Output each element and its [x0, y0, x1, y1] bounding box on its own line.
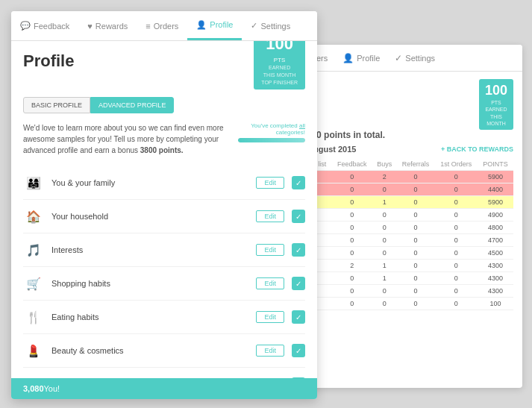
table-cell: 4300: [478, 259, 513, 272]
table-cell: 5900: [478, 195, 513, 208]
progress-label: You've completed all categories!: [238, 122, 305, 136]
category-item: 👨‍👩‍👧You & your familyEdit✓: [23, 166, 305, 200]
edit-button[interactable]: Edit: [256, 177, 284, 189]
check-icon: ✓: [292, 176, 305, 189]
table-cell: 0: [331, 221, 372, 233]
table-cell: 0: [435, 297, 478, 310]
profile-icon: 👤: [342, 53, 354, 63]
table-cell: 0: [396, 183, 434, 195]
table-cell: 0: [396, 208, 434, 221]
table-cell: 0: [372, 221, 396, 233]
front-nav-item-orders[interactable]: ≡ Orders: [137, 11, 187, 40]
col-1storders: 1st Orders: [435, 158, 478, 171]
front-nav-item-rewards[interactable]: ♥ Rewards: [78, 11, 137, 40]
tab-advanced-profile[interactable]: ADVANCED PROFILE: [90, 97, 174, 113]
table-cell: 0: [331, 183, 372, 195]
progress-area: You've completed all categories!: [238, 122, 305, 142]
table-cell: 0: [331, 284, 372, 297]
table-cell: 0: [435, 259, 478, 272]
check-icon: ✓: [292, 210, 305, 223]
table-cell: 0: [396, 221, 434, 233]
table-cell: 4800: [478, 221, 513, 233]
table-cell: 2: [372, 170, 396, 183]
front-nav-bar: 💬 Feedback ♥ Rewards ≡ Orders 👤 Profile …: [11, 11, 317, 41]
category-list: 👨‍👩‍👧You & your familyEdit✓🏠Your househo…: [23, 166, 305, 399]
table-cell: 0: [396, 246, 434, 259]
profile-icon-front: 👤: [196, 20, 207, 30]
edit-button[interactable]: Edit: [256, 277, 284, 289]
table-cell: 1: [372, 272, 396, 284]
category-item: 🍴Eating habitsEdit✓: [23, 301, 305, 334]
edit-button[interactable]: Edit: [256, 345, 284, 357]
back-nav-item-profile[interactable]: 👤 Profile: [335, 45, 387, 71]
front-nav-item-settings[interactable]: ✓ Settings: [242, 11, 299, 40]
check-icon: ✓: [292, 277, 305, 290]
table-cell: 0: [396, 272, 434, 284]
table-cell: 0: [396, 259, 434, 272]
col-points: POINTS: [478, 158, 513, 171]
table-cell: 0: [331, 170, 372, 183]
col-referrals: Referrals: [396, 158, 434, 171]
table-cell: 100: [478, 297, 513, 310]
table-cell: 0: [396, 297, 434, 310]
profile-tabs: BASIC PROFILE ADVANCED PROFILE: [23, 97, 305, 113]
table-cell: 0: [331, 195, 372, 208]
category-item: 🛒Shopping habitsEdit✓: [23, 267, 305, 301]
table-cell: 1: [372, 259, 396, 272]
category-icon: 👨‍👩‍👧: [23, 172, 44, 193]
settings-icon: ✓: [395, 53, 402, 63]
table-cell: 0: [396, 170, 434, 183]
category-name: Beauty & cosmetics: [51, 346, 248, 355]
edit-button[interactable]: Edit: [256, 311, 284, 323]
table-cell: 4900: [478, 208, 513, 221]
table-cell: 0: [331, 297, 372, 310]
check-icon: ✓: [292, 344, 305, 357]
table-cell: 0: [435, 208, 478, 221]
category-name: You & your family: [51, 178, 248, 187]
table-cell: 0: [435, 272, 478, 284]
table-cell: 4700: [478, 233, 513, 246]
pts-badge: 100 PTS EARNED THIS MONTH TOP FINISHER: [254, 41, 305, 90]
table-cell: 4400: [478, 183, 513, 195]
table-cell: 2: [331, 259, 372, 272]
category-item: 🏠Your householdEdit✓: [23, 200, 305, 233]
category-icon: 🏠: [23, 206, 44, 227]
table-cell: 0: [435, 233, 478, 246]
progress-bar-fill: [238, 138, 305, 142]
front-nav-item-feedback[interactable]: 💬 Feedback: [11, 11, 78, 40]
category-name: Eating habits: [51, 313, 248, 321]
edit-button[interactable]: Edit: [256, 244, 284, 256]
back-pts-badge: 100 PTS EARNED THIS MONTH: [479, 79, 513, 130]
bottom-bar: 3,080 You!: [11, 378, 317, 399]
intro-text: We'd love to learn more about you so we …: [23, 122, 231, 156]
front-nav-item-profile[interactable]: 👤 Profile: [187, 11, 242, 40]
table-cell: 0: [372, 297, 396, 310]
table-cell: 0: [372, 284, 396, 297]
table-cell: 5900: [478, 170, 513, 183]
table-cell: 0: [372, 246, 396, 259]
feedback-icon: 💬: [20, 21, 31, 31]
category-icon: 🎵: [23, 239, 44, 260]
progress-bar: [238, 138, 305, 142]
tab-basic-profile[interactable]: BASIC PROFILE: [23, 97, 90, 113]
back-to-rewards-btn[interactable]: + BACK TO REWARDS: [441, 145, 513, 153]
category-name: Interests: [51, 245, 248, 254]
table-cell: 0: [331, 272, 372, 284]
back-nav-item-settings[interactable]: ✓ Settings: [387, 45, 442, 71]
category-icon: 💄: [23, 340, 44, 361]
table-cell: 0: [372, 183, 396, 195]
page-content: Profile 100 PTS EARNED THIS MONTH TOP FI…: [11, 41, 317, 399]
table-cell: 0: [396, 233, 434, 246]
table-cell: 4300: [478, 284, 513, 297]
table-cell: 4300: [478, 272, 513, 284]
settings-icon-front: ✓: [251, 21, 257, 31]
page-title: Profile: [23, 51, 74, 71]
front-window: 💬 Feedback ♥ Rewards ≡ Orders 👤 Profile …: [11, 11, 317, 399]
edit-button[interactable]: Edit: [256, 210, 284, 222]
category-name: Shopping habits: [51, 279, 248, 288]
table-cell: 0: [331, 246, 372, 259]
category-name: Your household: [51, 212, 248, 221]
col-feedback: Feedback: [331, 158, 372, 171]
table-cell: 1: [372, 195, 396, 208]
app-container: ♥ Rewards ≡ Orders 👤 Profile ✓ Settings …: [0, 0, 532, 408]
